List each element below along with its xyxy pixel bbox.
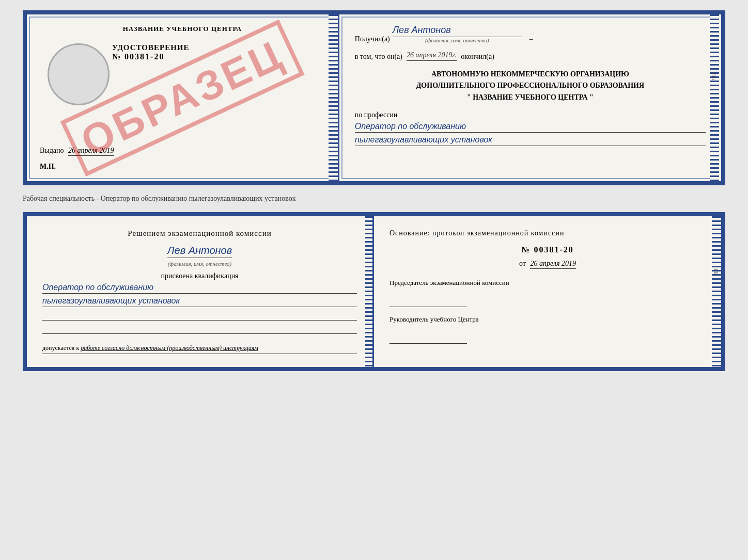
resheniye-title: Решением экзаменационной комиссии bbox=[42, 229, 357, 238]
rukovoditel-block: Руководитель учебного Центра bbox=[389, 315, 706, 344]
mp-line: М.П. bbox=[40, 163, 325, 171]
fio-label-top: (фамилия, имя, отчество) bbox=[393, 37, 522, 43]
org-block: АВТОНОМНУЮ НЕКОММЕРЧЕСКУЮ ОРГАНИЗАЦИЮ ДО… bbox=[355, 69, 706, 103]
ot-date-value: 26 апреля 2019 bbox=[530, 260, 575, 269]
predsedatel-label: Председатель экзаменационной комиссии bbox=[389, 278, 706, 287]
kval-line1: Оператор по обслуживанию bbox=[42, 283, 357, 294]
stamp-circle bbox=[48, 43, 110, 105]
vtom-line: в том, что он(а) 26 апреля 2019г. окончи… bbox=[355, 51, 706, 61]
bottom-right-side-deco: ITo bbox=[712, 216, 721, 367]
dopuskaetsia-line: допускается к работе согласно должностны… bbox=[42, 344, 357, 354]
left-side-deco bbox=[329, 14, 338, 181]
bottom-left-side-deco bbox=[365, 216, 372, 367]
document-container: НАЗВАНИЕ УЧЕБНОГО ЦЕНТРА УДОСТОВЕРЕНИЕ №… bbox=[23, 10, 725, 371]
professia-line1: Оператор по обслуживанию bbox=[355, 122, 706, 133]
rukovoditel-signature bbox=[389, 334, 467, 344]
predsedatel-signature bbox=[389, 298, 467, 307]
poluchil-name: Лев Антонов bbox=[393, 25, 522, 37]
right-side-deco-top: ITo bbox=[710, 14, 719, 181]
rukovoditel-label: Руководитель учебного Центра bbox=[389, 315, 706, 324]
vydano-line: Выдано 26 апреля 2019 bbox=[40, 147, 325, 155]
dopuskaetsia-label: допускается к bbox=[42, 344, 79, 351]
fio-label-bottom: (фамилия, имя, отчество) bbox=[168, 261, 232, 267]
vtom-label: в том, что он(а) bbox=[355, 53, 402, 61]
ito-text: ITo bbox=[711, 73, 716, 80]
osnovanie-title: Основание: протокол экзаменационной коми… bbox=[389, 229, 706, 237]
okonchil-label: окончил(а) bbox=[461, 53, 494, 61]
ot-label: от bbox=[519, 260, 526, 267]
blank-line-1 bbox=[42, 311, 357, 321]
vydano-date: 26 апреля 2019 bbox=[68, 147, 114, 156]
kval-line2: пылегазоулавливающих установок bbox=[42, 296, 357, 307]
dopuskaetsia-value: работе согласно должностным (производств… bbox=[81, 344, 258, 351]
ito-text-bottom: ITo bbox=[713, 269, 719, 276]
org-line1: АВТОНОМНУЮ НЕКОММЕРЧЕСКУЮ ОРГАНИЗАЦИЮ bbox=[355, 69, 706, 80]
protocol-number: № 00381-20 bbox=[389, 245, 706, 254]
certificate-bottom: Решением экзаменационной комиссии Лев Ан… bbox=[23, 212, 725, 371]
cert-number: № 00381-20 bbox=[112, 52, 325, 61]
cert-label: УДОСТОВЕРЕНИЕ bbox=[112, 43, 325, 52]
org-line3: " НАЗВАНИЕ УЧЕБНОГО ЦЕНТРА " bbox=[355, 92, 706, 103]
vydano-label: Выдано bbox=[40, 147, 64, 154]
poluchil-label: Получил(а) bbox=[355, 35, 390, 43]
bottom-right: Основание: протокол экзаменационной коми… bbox=[374, 216, 721, 367]
prisvoena-label: присвоена квалификация bbox=[42, 272, 357, 280]
org-line2: ДОПОЛНИТЕЛЬНОГО ПРОФЕССИОНАЛЬНОГО ОБРАЗО… bbox=[355, 80, 706, 91]
professia-line2: пылегазоулавливающих установок bbox=[355, 135, 706, 146]
professia-label: по профессии bbox=[355, 111, 706, 119]
vtom-date: 26 апреля 2019г. bbox=[407, 51, 457, 61]
cert-right: Получил(а) Лев Антонов (фамилия, имя, от… bbox=[339, 14, 721, 181]
ot-date: от 26 апреля 2019 bbox=[389, 260, 706, 268]
poluchil-line: Получил(а) Лев Антонов (фамилия, имя, от… bbox=[355, 25, 706, 43]
bottom-left: Решением экзаменационной комиссии Лев Ан… bbox=[27, 216, 374, 367]
middle-text: Рабочая специальность - Оператор по обсл… bbox=[23, 190, 725, 207]
certificate-top: НАЗВАНИЕ УЧЕБНОГО ЦЕНТРА УДОСТОВЕРЕНИЕ №… bbox=[23, 10, 725, 185]
school-name-top: НАЗВАНИЕ УЧЕБНОГО ЦЕНТРА bbox=[40, 25, 325, 33]
blank-line-2 bbox=[42, 325, 357, 334]
predsedatel-block: Председатель экзаменационной комиссии bbox=[389, 278, 706, 307]
cert-left: НАЗВАНИЕ УЧЕБНОГО ЦЕНТРА УДОСТОВЕРЕНИЕ №… bbox=[27, 14, 339, 181]
person-name-bottom: Лев Антонов bbox=[167, 245, 232, 258]
